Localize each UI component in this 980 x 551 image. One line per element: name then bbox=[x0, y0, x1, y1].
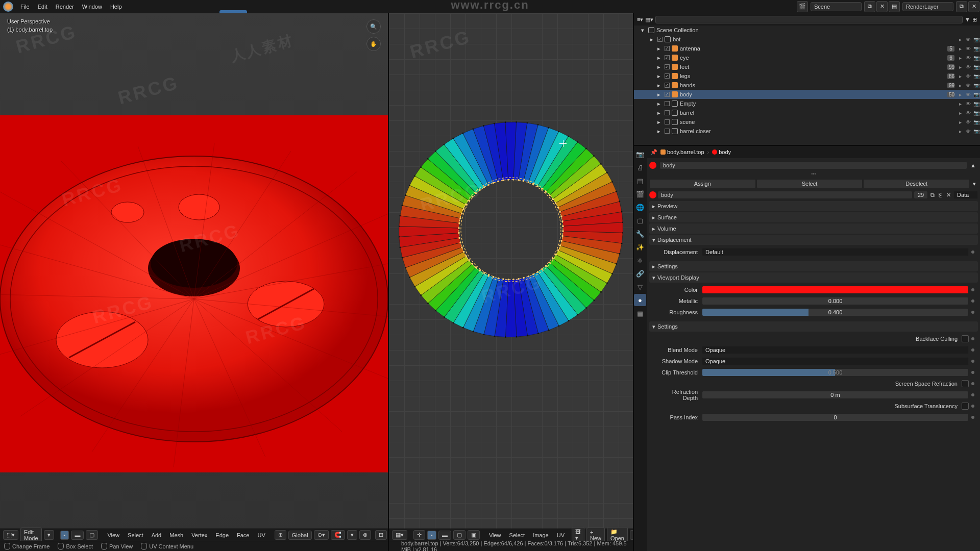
eye-icon[interactable]: 👁 bbox=[965, 37, 972, 42]
pan-gizmo-icon[interactable]: ✋ bbox=[366, 37, 381, 51]
roughness-anim-icon[interactable] bbox=[971, 311, 974, 314]
uv-menu-view[interactable]: View bbox=[486, 531, 504, 539]
roughness-field[interactable]: 0.400 bbox=[702, 308, 969, 316]
tree-row-antenna[interactable]: ▸antenna5▸👁📷 bbox=[634, 44, 980, 53]
select-button[interactable]: Select bbox=[756, 179, 863, 188]
tab-viewlayer-icon[interactable]: ▤ bbox=[634, 174, 646, 187]
outliner-type-icon[interactable]: ≡▾ bbox=[637, 16, 643, 23]
tab-world-icon[interactable]: 🌐 bbox=[634, 201, 646, 213]
tree-scene-collection[interactable]: ▾ Scene Collection bbox=[634, 26, 980, 35]
panel-surface[interactable]: ▸Surface bbox=[649, 212, 978, 222]
eye-icon[interactable]: 👁 bbox=[965, 73, 972, 79]
uv-menu-select[interactable]: Select bbox=[506, 531, 528, 539]
outliner-display-icon[interactable]: ▤▾ bbox=[645, 16, 653, 23]
color-anim-icon[interactable] bbox=[971, 288, 974, 291]
menu-face-3d[interactable]: Face bbox=[234, 531, 252, 539]
snap-icon[interactable]: 🧲 bbox=[331, 530, 345, 540]
tab-particles-icon[interactable]: ✨ bbox=[634, 241, 646, 253]
node-link-icon[interactable] bbox=[971, 251, 974, 254]
tree-row-legs[interactable]: ▸legs86▸👁📷 bbox=[634, 71, 980, 81]
disclosure-icon[interactable]: ▸ bbox=[957, 46, 964, 52]
metallic-anim-icon[interactable] bbox=[971, 299, 974, 303]
panel-displacement[interactable]: ▾Displacement bbox=[649, 235, 978, 245]
tab-texture-icon[interactable]: ▦ bbox=[634, 307, 646, 319]
tab-output-icon[interactable]: 🖨 bbox=[634, 161, 646, 173]
mode-dropdown[interactable]: Edit Mode bbox=[20, 528, 42, 543]
eye-icon[interactable]: 👁 bbox=[965, 64, 972, 70]
render-icon[interactable]: 📷 bbox=[973, 46, 980, 52]
select-mode-vertex[interactable]: ▪ bbox=[60, 531, 69, 540]
visibility-checkbox[interactable] bbox=[665, 101, 670, 106]
tree-row-feet[interactable]: ▸feet99▸👁📷 bbox=[634, 62, 980, 71]
snap-options-icon[interactable]: ▾ bbox=[347, 530, 357, 540]
visibility-checkbox[interactable] bbox=[665, 110, 670, 115]
pass-index-field[interactable]: 0 bbox=[702, 413, 969, 421]
tab-constraints-icon[interactable]: 🔗 bbox=[634, 267, 646, 280]
panel-settings2[interactable]: ▾Settings bbox=[649, 321, 978, 332]
disclosure-icon[interactable]: ▸ bbox=[957, 37, 964, 42]
material-unlink-icon[interactable]: ✕ bbox=[945, 192, 952, 198]
visibility-checkbox[interactable] bbox=[665, 55, 670, 60]
blend-anim-icon[interactable] bbox=[971, 348, 974, 352]
eye-icon[interactable]: 👁 bbox=[965, 101, 972, 107]
visibility-checkbox[interactable] bbox=[665, 64, 670, 69]
shadow-anim-icon[interactable] bbox=[971, 360, 974, 363]
tab-render-icon[interactable]: 📷 bbox=[634, 148, 646, 160]
zoom-gizmo-icon[interactable]: 🔍 bbox=[366, 19, 381, 34]
panel-volume[interactable]: ▸Volume bbox=[649, 223, 978, 234]
deselect-button[interactable]: Deselect bbox=[863, 179, 970, 188]
tab-physics-icon[interactable]: ⚛ bbox=[634, 254, 646, 266]
pin-icon[interactable]: 📌 bbox=[650, 149, 657, 156]
disclosure-icon[interactable]: ▸ bbox=[957, 73, 964, 79]
render-icon[interactable]: 📷 bbox=[973, 101, 980, 107]
visibility-checkbox[interactable] bbox=[665, 73, 670, 79]
material-slot-name[interactable]: body bbox=[659, 161, 967, 169]
outliner-search-input[interactable] bbox=[655, 16, 963, 23]
metallic-field[interactable]: 0.000 bbox=[702, 297, 969, 305]
tab-modifiers-icon[interactable]: 🔧 bbox=[634, 228, 646, 240]
outliner-new-coll-icon[interactable]: ⊞ bbox=[972, 16, 977, 23]
uv-select-edge-icon[interactable]: ▬ bbox=[438, 531, 451, 540]
panel-settings1[interactable]: ▸Settings bbox=[649, 261, 978, 271]
menu-uv-3d[interactable]: UV bbox=[255, 531, 268, 539]
uv-menu-image[interactable]: Image bbox=[530, 531, 552, 539]
clip-threshold-field[interactable]: 0.500 bbox=[702, 368, 969, 377]
eye-icon[interactable]: 👁 bbox=[965, 110, 972, 116]
ssr-checkbox[interactable] bbox=[962, 380, 969, 387]
disclosure-icon[interactable]: ▸ bbox=[957, 119, 964, 125]
sss-checkbox[interactable] bbox=[962, 403, 969, 410]
refdepth-anim-icon[interactable] bbox=[971, 393, 974, 396]
uv-editor-viewport[interactable]: RRCG RRCG RRCG bbox=[389, 13, 633, 529]
render-icon[interactable]: 📷 bbox=[973, 64, 980, 70]
eye-icon[interactable]: 👁 bbox=[965, 46, 972, 52]
assign-button[interactable]: Assign bbox=[649, 179, 756, 188]
material-name-field[interactable]: body bbox=[657, 191, 913, 199]
visibility-checkbox[interactable] bbox=[665, 92, 670, 97]
orientation-icon[interactable]: ⊕ bbox=[275, 530, 286, 540]
breadcrumb-material[interactable]: body bbox=[712, 149, 731, 155]
render-icon[interactable]: 📷 bbox=[973, 55, 980, 61]
uv-editor-type-icon[interactable]: ▦▾ bbox=[392, 530, 407, 540]
clip-anim-icon[interactable] bbox=[971, 371, 974, 374]
menu-add-3d[interactable]: Add bbox=[149, 531, 165, 539]
mat-browse-icon[interactable] bbox=[649, 191, 656, 198]
pivot-icon[interactable]: ⊙▾ bbox=[314, 530, 329, 540]
render-icon[interactable]: 📷 bbox=[973, 73, 980, 79]
tab-scene-icon[interactable]: 🎬 bbox=[634, 188, 646, 200]
tree-row-eye[interactable]: ▸eye6▸👁📷 bbox=[634, 53, 980, 62]
menu-edge-3d[interactable]: Edge bbox=[212, 531, 232, 539]
material-slot-up-icon[interactable]: ▲ bbox=[968, 162, 978, 168]
tab-material-icon[interactable]: ● bbox=[634, 294, 646, 306]
disclosure-icon[interactable]: ▸ bbox=[957, 129, 964, 134]
shadow-mode-dropdown[interactable]: Opaque bbox=[702, 357, 969, 365]
visibility-checkbox[interactable] bbox=[665, 83, 670, 88]
visibility-checkbox[interactable] bbox=[665, 46, 670, 51]
disclosure-icon[interactable]: ▸ bbox=[957, 110, 964, 116]
color-field[interactable] bbox=[702, 286, 969, 294]
menu-view-3d[interactable]: View bbox=[104, 531, 122, 539]
disclosure-icon[interactable]: ▸ bbox=[957, 83, 964, 88]
eye-icon[interactable]: 👁 bbox=[965, 55, 972, 61]
visibility-checkbox[interactable] bbox=[665, 119, 670, 124]
panel-preview[interactable]: ▸Preview bbox=[649, 201, 978, 211]
disclosure-icon[interactable]: ▸ bbox=[957, 92, 964, 97]
